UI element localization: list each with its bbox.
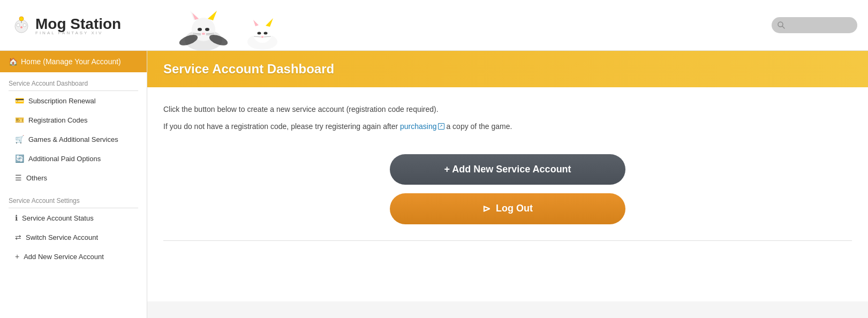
- sidebar-item-add-label: Add New Service Account: [24, 253, 104, 261]
- svg-point-5: [20, 26, 22, 28]
- svg-point-3: [17, 24, 20, 27]
- add-account-icon: +: [15, 252, 19, 261]
- svg-marker-23: [266, 18, 273, 27]
- sidebar: 🏠 Home (Manage Your Account) Service Acc…: [0, 51, 147, 318]
- logo-text-block: Mog Station FINAL FANTASY XIV: [35, 16, 121, 35]
- switch-icon: ⇄: [15, 233, 21, 241]
- svg-line-31: [782, 26, 784, 28]
- sidebar-item-games-label: Games & Additional Services: [28, 135, 118, 143]
- sidebar-item-add-account[interactable]: + Add New Service Account: [0, 247, 147, 266]
- account-status-icon: ℹ: [15, 214, 18, 222]
- search-icon: [777, 21, 786, 29]
- svg-point-13: [202, 33, 205, 35]
- sidebar-item-switch-account[interactable]: ⇄ Switch Service Account: [0, 228, 147, 247]
- add-service-label: + Add New Service Account: [444, 164, 571, 175]
- buttons-area: + Add New Service Account ⊳ Log Out: [163, 154, 852, 224]
- sidebar-home-link[interactable]: 🏠 Home (Manage Your Account): [0, 51, 147, 72]
- svg-point-12: [205, 28, 209, 31]
- purchasing-link[interactable]: purchasing: [400, 122, 437, 131]
- info-text-prefix: If you do not have a registration code, …: [163, 122, 400, 131]
- sidebar-item-games[interactable]: 🛒 Games & Additional Services: [0, 130, 147, 149]
- main-content: Service Account Dashboard Click the butt…: [147, 51, 868, 318]
- search-bar[interactable]: [772, 17, 857, 33]
- logo-main-text: Mog Station: [35, 16, 121, 33]
- external-link-icon: ↗: [438, 123, 444, 130]
- page-header: Mog Station FINAL FANTASY XIV: [0, 0, 868, 51]
- sidebar-item-additional[interactable]: 🔄 Additional Paid Options: [0, 149, 147, 168]
- svg-marker-9: [208, 11, 217, 20]
- svg-point-1: [19, 17, 24, 21]
- sidebar-home-label: Home (Manage Your Account): [21, 57, 121, 66]
- logout-icon: ⊳: [482, 203, 490, 215]
- svg-point-25: [258, 32, 261, 35]
- page-title-banner: Service Account Dashboard: [147, 51, 868, 87]
- others-icon: ☰: [15, 173, 22, 182]
- page-title: Service Account Dashboard: [163, 62, 852, 77]
- search-area: [772, 17, 857, 33]
- sidebar-item-others[interactable]: ☰ Others: [0, 168, 147, 187]
- games-icon: 🛒: [15, 135, 24, 143]
- content-area: Click the button below to create a new s…: [147, 87, 868, 301]
- svg-point-4: [23, 24, 26, 27]
- main-layout: 🏠 Home (Manage Your Account) Service Acc…: [0, 51, 868, 318]
- sidebar-item-switch-label: Switch Service Account: [26, 233, 98, 241]
- sidebar-item-registration-label: Registration Codes: [28, 116, 88, 124]
- logo-area: Mog Station FINAL FANTASY XIV: [11, 14, 121, 36]
- info-text-2: If you do not have a registration code, …: [163, 120, 852, 132]
- sidebar-item-others-label: Others: [26, 174, 47, 182]
- sidebar-item-additional-label: Additional Paid Options: [28, 155, 101, 163]
- subscription-icon: 💳: [15, 96, 24, 105]
- info-text-suffix: a copy of the game.: [444, 122, 512, 131]
- logout-label: Log Out: [496, 203, 533, 214]
- info-text-1: Click the button below to create a new s…: [163, 103, 852, 115]
- logo-icon: [11, 14, 32, 36]
- mascot-svg: [150, 0, 321, 51]
- bottom-divider: [163, 240, 852, 241]
- sidebar-settings-section: Service Account Settings: [0, 187, 147, 208]
- sidebar-item-subscription[interactable]: 💳 Subscription Renewal: [0, 91, 147, 110]
- sidebar-item-status-label: Service Account Status: [22, 214, 94, 222]
- logout-button[interactable]: ⊳ Log Out: [390, 193, 625, 224]
- svg-point-26: [264, 32, 268, 35]
- sidebar-item-account-status[interactable]: ℹ Service Account Status: [0, 208, 147, 228]
- svg-point-11: [198, 28, 202, 31]
- add-service-account-button[interactable]: + Add New Service Account: [390, 154, 625, 185]
- mascot-decoration: [150, 0, 321, 51]
- registration-icon: 🎫: [15, 116, 24, 124]
- sidebar-item-subscription-label: Subscription Renewal: [28, 97, 96, 105]
- sidebar-item-registration[interactable]: 🎫 Registration Codes: [0, 110, 147, 130]
- additional-icon: 🔄: [15, 154, 24, 163]
- home-icon: 🏠: [9, 57, 18, 66]
- sidebar-dashboard-section: Service Account Dashboard: [0, 72, 147, 90]
- svg-point-27: [261, 36, 264, 38]
